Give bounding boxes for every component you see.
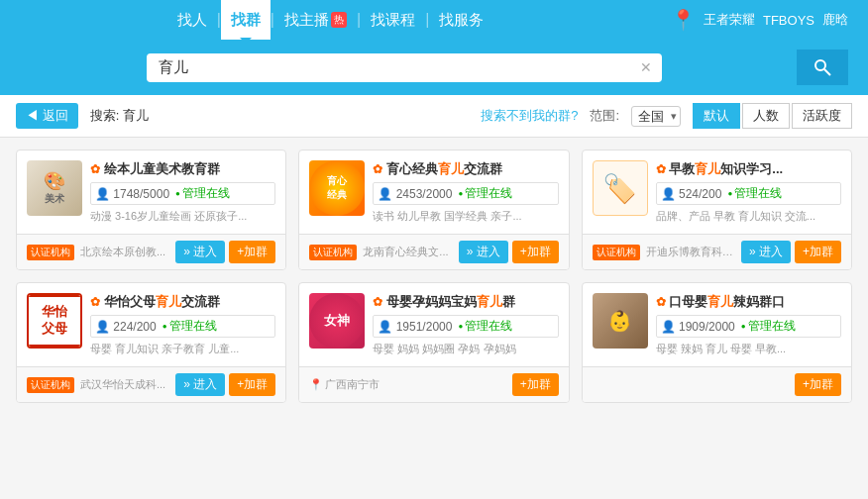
group-tags-2: 读书 幼儿早教 国学经典 亲子...: [373, 209, 558, 224]
group-title-4: ✿ 华怡父母育儿交流群: [90, 293, 275, 311]
svg-point-0: [815, 60, 825, 70]
group-avatar-3: 🏷️: [593, 160, 648, 216]
clear-search-button[interactable]: ✕: [638, 57, 654, 77]
cert-name-4: 武汉华怡天成科...: [80, 377, 169, 392]
join-button-1[interactable]: +加群: [229, 241, 275, 263]
group-stats-4: 👤 224/200 管理在线: [90, 315, 275, 338]
group-footer-1: 认证机构 北京绘本原创教... » 进入 +加群: [17, 234, 285, 269]
svg-line-1: [824, 69, 830, 75]
group-title-1: ✿ 绘本儿童美术教育群: [90, 160, 275, 178]
group-avatar-5: 女神: [309, 293, 365, 349]
enter-button-1[interactable]: » 进入: [175, 241, 225, 263]
join-button-6[interactable]: +加群: [795, 373, 841, 396]
group-card-2: 育心经典 ✿ 育心经典育儿交流群 👤 2453/2000 管理在线 读书 幼儿早…: [298, 150, 569, 270]
group-tags-6: 母婴 辣妈 育儿 母婴 早教...: [656, 342, 841, 356]
cert-badge-4: 认证机构: [27, 377, 74, 393]
search-input-wrap: ✕: [147, 53, 662, 82]
group-avatar-6: 👶: [593, 293, 648, 349]
cert-name-3: 开迪乐博教育科技（北京）...: [646, 245, 735, 259]
member-count-2: 👤 2453/2000: [378, 187, 452, 201]
search-icon: [813, 57, 832, 77]
location-pin-icon: 📍: [671, 8, 696, 32]
online-status-3: 管理在线: [727, 185, 782, 202]
cert-name-1: 北京绘本原创教...: [80, 245, 169, 259]
group-footer-3: 认证机构 开迪乐博教育科技（北京）... » 进入 +加群: [583, 234, 851, 269]
online-status-5: 管理在线: [458, 318, 512, 335]
sort-members-button[interactable]: 人数: [742, 103, 790, 129]
group-stats-3: 👤 524/200 管理在线: [656, 182, 841, 205]
sort-activity-button[interactable]: 活跃度: [792, 103, 852, 129]
cert-badge-2: 认证机构: [309, 245, 357, 260]
nav-find-service[interactable]: 找服务: [429, 0, 493, 40]
group-footer-4: 认证机构 武汉华怡天成科... » 进入 +加群: [17, 366, 285, 402]
member-count-4: 👤 224/200: [95, 320, 157, 334]
online-status-2: 管理在线: [458, 185, 512, 202]
cert-name-2: 龙南育心经典文...: [363, 245, 452, 259]
online-status-6: 管理在线: [741, 318, 796, 335]
sort-buttons: 默认 人数 活跃度: [693, 103, 852, 129]
nav-find-people[interactable]: 找人: [167, 0, 217, 40]
group-stats-1: 👤 1748/5000 管理在线: [90, 182, 275, 205]
member-count-6: 👤 1909/2000: [661, 320, 735, 334]
search-bar-section: ✕: [0, 40, 868, 95]
online-status-4: 管理在线: [163, 318, 217, 335]
member-count-5: 👤 1951/2000: [378, 320, 452, 334]
hot-badge: 热: [331, 12, 347, 28]
location-icon-5: 📍: [309, 378, 323, 391]
group-title-2: ✿ 育心经典育儿交流群: [373, 160, 558, 178]
enter-button-2[interactable]: » 进入: [459, 241, 508, 263]
top-navigation: 找人 | 找群 | 找主播 热 | 找课程 | 找服务 📍 王者荣耀 TFBOY…: [0, 0, 868, 40]
group-card-5: 女神 ✿ 母婴孕妈妈宝妈育儿群 👤 1951/2000 管理在线 母婴 妈妈 妈…: [298, 282, 569, 403]
group-grid: 🎨 美术 ✿ 绘本儿童美术教育群 👤 1748/5000 管理在线 动漫 3-1…: [0, 138, 868, 415]
scope-select[interactable]: 全国 本地: [631, 106, 681, 127]
search-button[interactable]: [797, 50, 848, 85]
search-input[interactable]: [155, 53, 638, 82]
toolbar: ◀ 返回 搜索: 育儿 搜索不到我的群? 范围: 全国 本地 默认 人数 活跃度: [0, 95, 868, 138]
group-title-3: ✿ 早教育儿知识学习...: [656, 160, 841, 178]
group-avatar-2: 育心经典: [309, 160, 365, 216]
group-footer-2: 认证机构 龙南育心经典文... » 进入 +加群: [299, 234, 568, 269]
group-stats-2: 👤 2453/2000 管理在线: [373, 182, 558, 205]
group-stats-6: 👤 1909/2000 管理在线: [656, 315, 841, 338]
group-card-4: 华怡 父母 ✿ 华怡父母育儿交流群 👤 224/200 管理在线 母婴 育儿知识…: [16, 282, 286, 403]
scope-select-wrap: 全国 本地: [631, 106, 681, 127]
nav-trending: 📍 王者荣耀 TFBOYS 鹿晗: [671, 8, 848, 32]
nav-find-host[interactable]: 找主播 热: [274, 0, 357, 40]
group-tags-1: 动漫 3-16岁儿童绘画 还原孩子...: [90, 209, 275, 224]
cert-badge-1: 认证机构: [27, 245, 74, 260]
join-button-2[interactable]: +加群: [512, 241, 559, 263]
group-card-3: 🏷️ ✿ 早教育儿知识学习... 👤 524/200 管理在线 品牌、产品 早教…: [582, 150, 852, 270]
group-avatar-1: 🎨 美术: [27, 160, 82, 216]
group-card-6: 👶 ✿ 口母婴育儿辣妈群口 👤 1909/2000 管理在线 母婴 辣妈 育儿 …: [582, 282, 852, 403]
group-footer-6: +加群: [583, 366, 851, 402]
member-count-1: 👤 1748/5000: [95, 187, 169, 201]
scope-label: 范围:: [590, 107, 619, 125]
enter-button-4[interactable]: » 进入: [175, 373, 225, 396]
group-title-5: ✿ 母婴孕妈妈宝妈育儿群: [373, 293, 558, 311]
group-card-1: 🎨 美术 ✿ 绘本儿童美术教育群 👤 1748/5000 管理在线 动漫 3-1…: [16, 150, 286, 270]
join-button-4[interactable]: +加群: [229, 373, 275, 396]
cant-find-link[interactable]: 搜索不到我的群?: [481, 107, 578, 125]
group-stats-5: 👤 1951/2000 管理在线: [373, 315, 558, 338]
nav-find-group[interactable]: 找群: [221, 0, 271, 40]
group-tags-3: 品牌、产品 早教 育儿知识 交流...: [656, 209, 841, 224]
member-count-3: 👤 524/200: [661, 187, 722, 201]
online-status-1: 管理在线: [175, 185, 230, 202]
back-button[interactable]: ◀ 返回: [16, 103, 78, 129]
group-tags-4: 母婴 育儿知识 亲子教育 儿童...: [90, 342, 275, 356]
sort-default-button[interactable]: 默认: [693, 103, 740, 129]
location-text-5: 📍 广西南宁市: [309, 377, 380, 392]
group-avatar-4: 华怡 父母: [27, 293, 82, 349]
join-button-5[interactable]: +加群: [512, 373, 559, 396]
nav-find-course[interactable]: 找课程: [361, 0, 425, 40]
group-footer-5: 📍 广西南宁市 +加群: [299, 366, 568, 402]
group-title-6: ✿ 口母婴育儿辣妈群口: [656, 293, 841, 311]
enter-button-3[interactable]: » 进入: [741, 241, 791, 263]
cert-badge-3: 认证机构: [593, 245, 640, 260]
join-button-3[interactable]: +加群: [795, 241, 841, 263]
search-term-display: 搜索: 育儿: [90, 107, 149, 125]
group-tags-5: 母婴 妈妈 妈妈圈 孕妈 孕妈妈: [373, 342, 558, 356]
